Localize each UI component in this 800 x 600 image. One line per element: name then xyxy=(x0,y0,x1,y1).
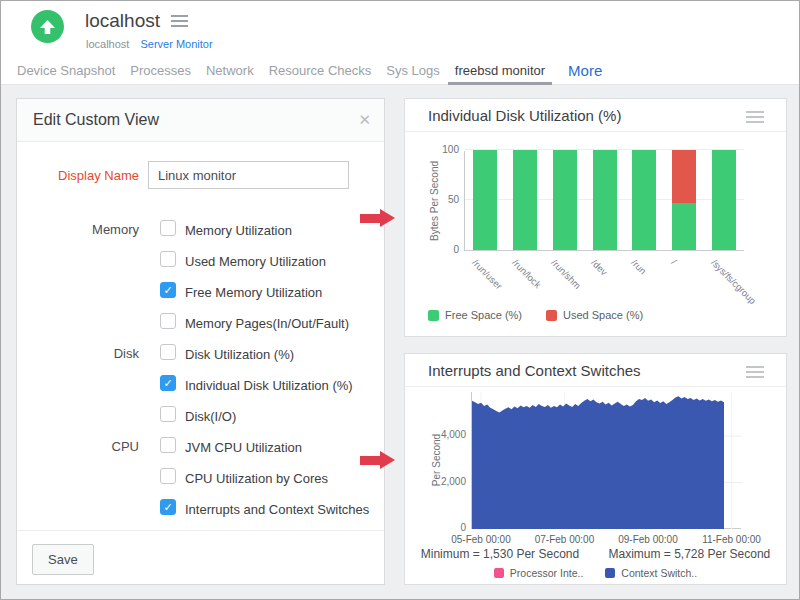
panel-header: Edit Custom View ✕ xyxy=(17,99,384,142)
x-axis-tick: 11-Feb 00:00 xyxy=(702,534,761,545)
option-row: ✓Individual Disk Utilization (%) xyxy=(17,370,384,401)
legend-item: Context Switch.. xyxy=(605,567,697,579)
x-axis-tick: 09-Feb 00:00 xyxy=(618,534,678,545)
tab-more[interactable]: More xyxy=(561,57,609,85)
bar-free-space xyxy=(553,150,577,250)
tab-sys-logs[interactable]: Sys Logs xyxy=(379,57,446,85)
bar-column: /run/lock xyxy=(505,151,545,250)
tab-resource-checks[interactable]: Resource Checks xyxy=(262,57,379,85)
unchecked-checkbox-memory-utilization[interactable] xyxy=(160,220,176,236)
checked-checkbox-free-memory-utilization[interactable]: ✓ xyxy=(160,282,176,298)
legend-swatch xyxy=(428,310,439,321)
option-row: ✓Interrupts and Context Switches xyxy=(17,494,384,525)
legend-label: Context Switch.. xyxy=(621,567,697,579)
x-axis-label: /run/user xyxy=(470,257,504,291)
chart-menu-icon[interactable] xyxy=(746,108,764,126)
legend-swatch xyxy=(494,568,504,578)
tab-freebsd-monitor[interactable]: freebsd monitor xyxy=(448,57,552,85)
y-axis-tick: 100 xyxy=(419,144,459,155)
group-label-memory: Memory xyxy=(17,222,139,237)
bar-column: /run/user xyxy=(465,151,505,250)
option-label: Interrupts and Context Switches xyxy=(185,502,369,517)
option-label: Disk Utilization (%) xyxy=(185,347,294,362)
monitor-header: localhost localhost Server Monitor xyxy=(1,1,799,57)
x-axis-label: /run xyxy=(629,257,648,276)
option-label: CPU Utilization by Cores xyxy=(185,471,328,486)
bar-column: / xyxy=(664,151,704,250)
option-row: Memory Pages(In/Out/Fault) xyxy=(17,308,384,339)
option-label: JVM CPU Utilization xyxy=(185,440,302,455)
unchecked-checkbox-memory-pages-in-out-fault[interactable] xyxy=(160,313,176,329)
legend-label: Free Space (%) xyxy=(445,309,522,321)
option-label: Individual Disk Utilization (%) xyxy=(185,378,353,393)
option-row: ✓Free Memory Utilization xyxy=(17,277,384,308)
bar-free-space xyxy=(712,150,736,250)
pointer-arrow-disk-chart xyxy=(360,209,396,228)
bar-column: /sys/fs/cgroup xyxy=(704,151,744,250)
checked-checkbox-interrupts-and-context-switches[interactable]: ✓ xyxy=(160,499,176,515)
unchecked-checkbox-disk-utilization[interactable] xyxy=(160,344,176,360)
breadcrumb-server-monitor-link[interactable]: Server Monitor xyxy=(140,38,212,50)
arrow-up-icon xyxy=(39,19,56,35)
chart-menu-icon[interactable] xyxy=(746,363,764,381)
bar-free-space xyxy=(513,150,537,250)
metric-groups: MemoryMemory UtilizationUsed Memory Util… xyxy=(17,215,384,525)
group-label-disk: Disk xyxy=(17,346,139,361)
tab-device-snapshot[interactable]: Device Snapshot xyxy=(10,57,122,85)
disk-utilization-card: Individual Disk Utilization (%) Bytes Pe… xyxy=(404,98,787,337)
legend-swatch xyxy=(605,568,615,578)
option-label: Free Memory Utilization xyxy=(185,285,322,300)
page-title: localhost xyxy=(85,10,160,32)
disk-utilization-bar-chart: 100500/run/user/run/lock/run/shm/dev/run… xyxy=(464,151,744,251)
option-label: Memory Pages(In/Out/Fault) xyxy=(185,316,349,331)
unchecked-checkbox-jvm-cpu-utilization[interactable] xyxy=(160,437,176,453)
unchecked-checkbox-cpu-utilization-by-cores[interactable] xyxy=(160,468,176,484)
option-row: MemoryMemory Utilization xyxy=(17,215,384,246)
unchecked-checkbox-used-memory-utilization[interactable] xyxy=(160,251,176,267)
close-icon[interactable]: ✕ xyxy=(358,111,371,129)
chart-summary: Minimum = 1,530 Per Second Maximum = 5,7… xyxy=(405,547,786,561)
chart-title: Individual Disk Utilization (%) xyxy=(428,107,621,124)
save-button[interactable]: Save xyxy=(32,544,94,575)
panel-title: Edit Custom View xyxy=(33,111,159,129)
legend-swatch xyxy=(546,310,557,321)
option-row: CPU Utilization by Cores xyxy=(17,463,384,494)
edit-custom-view-panel: Edit Custom View ✕ Display Name MemoryMe… xyxy=(16,98,385,585)
bar-free-space xyxy=(593,150,617,250)
checked-checkbox-individual-disk-utilization[interactable]: ✓ xyxy=(160,375,176,391)
option-row: Used Memory Utilization xyxy=(17,246,384,277)
option-row: DiskDisk Utilization (%) xyxy=(17,339,384,370)
app-window: localhost localhost Server Monitor Devic… xyxy=(0,0,800,600)
monitor-up-status-icon xyxy=(31,10,64,43)
option-row: Disk(I/O) xyxy=(17,401,384,432)
y-axis-tick: 2,000 xyxy=(426,476,466,487)
bar-free-space xyxy=(672,203,696,250)
bar-column: /dev xyxy=(585,151,625,250)
display-name-label: Display Name xyxy=(17,168,139,183)
tab-network[interactable]: Network xyxy=(199,57,261,85)
y-axis-tick: 0 xyxy=(426,522,466,533)
card-header: Interrupts and Context Switches xyxy=(405,354,786,387)
title-menu-icon[interactable] xyxy=(171,12,188,30)
breadcrumb-host: localhost xyxy=(86,38,129,50)
tab-processes[interactable]: Processes xyxy=(123,57,198,85)
bar-used-space xyxy=(672,150,696,203)
group-label-cpu: CPU xyxy=(17,439,139,454)
display-name-input[interactable] xyxy=(148,161,349,189)
legend-item: Processor Inte.. xyxy=(494,567,584,579)
display-name-row: Display Name xyxy=(17,161,384,189)
y-axis-tick: 4,000 xyxy=(426,429,466,440)
chart-legend: Processor Inte..Context Switch.. xyxy=(405,567,786,579)
x-axis-label: /sys/fs/cgroup xyxy=(709,257,758,306)
legend-label: Processor Inte.. xyxy=(510,567,584,579)
option-label: Used Memory Utilization xyxy=(185,254,326,269)
bar-column: /run/shm xyxy=(545,151,585,250)
x-axis-label: /dev xyxy=(590,257,610,277)
interrupts-area-chart: 4,0002,000005-Feb 00:0007-Feb 00:0009-Fe… xyxy=(471,392,741,529)
y-axis-tick: 50 xyxy=(419,194,459,205)
unchecked-checkbox-disk-i-o[interactable] xyxy=(160,406,176,422)
y-axis-tick: 0 xyxy=(419,244,459,255)
x-axis-tick: 07-Feb 00:00 xyxy=(535,534,595,545)
context-switches-area xyxy=(472,396,724,529)
x-axis-label: /run/lock xyxy=(510,257,543,290)
